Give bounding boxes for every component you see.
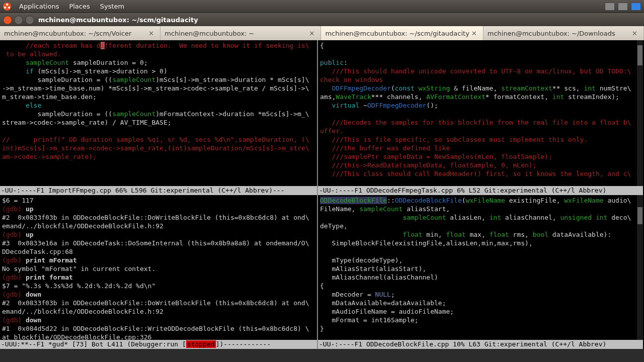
ubuntu-logo-icon xyxy=(3,3,11,11)
tab-label: mchinen@mcubuntubox: ~/scm/gitaudacity xyxy=(325,30,469,37)
pane-oddecodeffmpegtask[interactable]: { public: ///This should handle unicode … xyxy=(318,40,643,186)
tab-label: mchinen@mcubuntubox: ~/scm/Voicer xyxy=(4,30,146,37)
window-minimize-button[interactable] xyxy=(14,16,23,25)
pane-gud[interactable]: $6 = 117 (gdb) up #2 0x0833f03b in ODDec… xyxy=(0,195,317,340)
modeline-oddecodeblockfile: -UU-:----F1 ODDecodeBlockFile.cpp 10% L6… xyxy=(318,340,643,349)
pane-importffmpeg[interactable]: //each stream has different duration. We… xyxy=(0,40,317,186)
close-icon[interactable]: ✕ xyxy=(307,30,317,37)
window-controls xyxy=(3,16,34,25)
close-icon[interactable]: ✕ xyxy=(469,30,479,37)
pane-oddecodeblockfile[interactable]: ODDecodeBlockFile::ODDecodeBlockFile(wxF… xyxy=(318,195,643,340)
code-content: { public: ///This should handle unicode … xyxy=(318,40,643,179)
scrollbar[interactable] xyxy=(637,195,643,340)
gnome-panel: Applications Places System xyxy=(0,0,644,13)
tab-downloads[interactable]: mchinen@mcubuntubox: ~/Downloads ✕ xyxy=(484,26,644,40)
menu-applications[interactable]: Applications xyxy=(17,2,61,11)
close-icon[interactable]: ✕ xyxy=(146,30,156,37)
tray-icon-2[interactable] xyxy=(618,3,628,11)
modeline-gud: -UUU:**--F1 *gud* [73] Bot L411 (Debugge… xyxy=(0,340,317,349)
scrollbar-thumb[interactable] xyxy=(637,45,642,65)
window-titlebar[interactable]: mchinen@mcubuntubox: ~/scm/gitaudacity xyxy=(0,13,644,26)
scrollbar-thumb[interactable] xyxy=(637,207,642,224)
scrollbar[interactable] xyxy=(637,40,643,186)
window-maximize-button[interactable] xyxy=(25,16,34,25)
tab-label: mchinen@mcubuntubox: ~/Downloads xyxy=(488,30,630,37)
emacs-frame: //each stream has different duration. We… xyxy=(0,40,644,349)
modeline-importffmpeg: -UU-:----F1 ImportFFmpeg.cpp 66% L596 Gi… xyxy=(0,186,317,195)
tray xyxy=(605,3,641,11)
terminal-tabs: mchinen@mcubuntubox: ~/scm/Voicer ✕ mchi… xyxy=(0,26,644,40)
code-content: //each stream has different duration. We… xyxy=(0,40,317,162)
gdb-content: $6 = 117 (gdb) up #2 0x0833f03b in ODDec… xyxy=(0,195,317,340)
code-content: ODDecodeBlockFile::ODDecodeBlockFile(wxF… xyxy=(318,195,643,334)
modeline-oddecodeffmpegtask: -UU-:----F1 ODDecodeFFmpegTask.cpp 6% L5… xyxy=(318,186,643,195)
close-icon[interactable]: ✕ xyxy=(630,30,639,37)
tray-icon-chromium[interactable] xyxy=(631,3,641,11)
window-close-button[interactable] xyxy=(3,16,12,25)
menu-system[interactable]: System xyxy=(98,2,126,11)
tray-icon-1[interactable] xyxy=(605,3,615,11)
tab-home[interactable]: mchinen@mcubuntubox: ~ ✕ xyxy=(160,26,321,40)
menu-places[interactable]: Places xyxy=(67,2,92,11)
tab-voicer[interactable]: mchinen@mcubuntubox: ~/scm/Voicer ✕ xyxy=(0,26,160,40)
window-title: mchinen@mcubuntubox: ~/scm/gitaudacity xyxy=(38,16,198,24)
tab-gitaudacity[interactable]: mchinen@mcubuntubox: ~/scm/gitaudacity ✕ xyxy=(321,26,483,40)
tab-label: mchinen@mcubuntubox: ~ xyxy=(165,30,307,37)
